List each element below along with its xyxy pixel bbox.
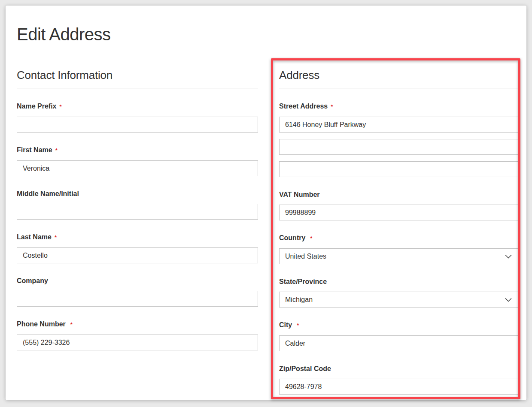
label-text: State/Province bbox=[279, 278, 327, 285]
chevron-down-icon bbox=[505, 298, 512, 302]
label-text: Company bbox=[17, 277, 48, 284]
page-title: Edit Address bbox=[17, 25, 520, 44]
name-prefix-label: Name Prefix* bbox=[17, 102, 258, 111]
city-input[interactable] bbox=[279, 335, 520, 351]
required-asterisk: * bbox=[60, 103, 62, 110]
middle-name-label: Middle Name/Initial bbox=[17, 190, 258, 198]
country-select[interactable]: United States bbox=[279, 248, 520, 264]
state-province-select-value: Michigan bbox=[285, 296, 313, 304]
field-vat-number: VAT Number bbox=[279, 190, 520, 220]
street-address-label: Street Address* bbox=[279, 102, 520, 111]
field-zip-postal-code: Zip/Postal Code bbox=[279, 365, 520, 395]
address-heading: Address bbox=[279, 68, 520, 88]
field-phone-number: Phone Number* bbox=[17, 320, 258, 350]
field-state-province: State/Province Michigan bbox=[279, 277, 520, 308]
zip-postal-code-input[interactable] bbox=[279, 379, 520, 395]
street-address-line2-input[interactable] bbox=[279, 139, 520, 155]
vat-number-label: VAT Number bbox=[279, 190, 520, 199]
street-address-line1-input[interactable] bbox=[279, 117, 520, 133]
label-text: Middle Name/Initial bbox=[17, 190, 79, 197]
zip-postal-code-label: Zip/Postal Code bbox=[279, 365, 520, 373]
label-text: Street Address bbox=[279, 103, 328, 110]
field-street-address: Street Address* bbox=[279, 102, 520, 177]
city-label: City* bbox=[279, 321, 520, 330]
label-text: City bbox=[279, 321, 292, 329]
chevron-down-icon bbox=[505, 254, 512, 259]
label-text: VAT Number bbox=[279, 191, 320, 198]
address-section: Address Street Address* VAT Number Count… bbox=[279, 68, 520, 407]
phone-number-label: Phone Number* bbox=[17, 320, 258, 329]
contact-information-section: Contact Information Name Prefix* First N… bbox=[17, 68, 258, 407]
country-label: Country* bbox=[279, 234, 520, 243]
field-city: City* bbox=[279, 321, 520, 351]
edit-address-card: Edit Address Contact Information Name Pr… bbox=[6, 6, 526, 400]
middle-name-input[interactable] bbox=[17, 204, 258, 220]
label-text: Last Name bbox=[17, 233, 52, 241]
label-text: Country bbox=[279, 234, 305, 241]
name-prefix-input[interactable] bbox=[17, 117, 258, 133]
contact-information-heading: Contact Information bbox=[17, 68, 258, 88]
vat-number-input[interactable] bbox=[279, 205, 520, 220]
required-asterisk: * bbox=[70, 321, 73, 328]
phone-number-input[interactable] bbox=[17, 335, 258, 350]
label-text: Phone Number bbox=[17, 320, 66, 328]
country-select-value: United States bbox=[285, 253, 326, 260]
field-first-name: First Name* bbox=[17, 146, 258, 176]
required-asterisk: * bbox=[55, 234, 57, 241]
last-name-input[interactable] bbox=[17, 247, 258, 263]
field-middle-name: Middle Name/Initial bbox=[17, 190, 258, 220]
label-text: Zip/Postal Code bbox=[279, 365, 331, 372]
company-input[interactable] bbox=[17, 291, 258, 307]
label-text: Name Prefix bbox=[17, 103, 57, 110]
state-province-select[interactable]: Michigan bbox=[279, 292, 520, 308]
street-address-line3-input[interactable] bbox=[279, 161, 520, 177]
required-asterisk: * bbox=[297, 322, 299, 329]
state-province-label: State/Province bbox=[279, 277, 520, 286]
first-name-input[interactable] bbox=[17, 160, 258, 176]
field-last-name: Last Name* bbox=[17, 233, 258, 263]
form-columns: Contact Information Name Prefix* First N… bbox=[17, 68, 520, 407]
label-text: First Name bbox=[17, 146, 52, 154]
field-name-prefix: Name Prefix* bbox=[17, 102, 258, 133]
required-asterisk: * bbox=[310, 235, 312, 241]
last-name-label: Last Name* bbox=[17, 233, 258, 242]
required-asterisk: * bbox=[55, 147, 58, 154]
required-asterisk: * bbox=[331, 103, 333, 110]
field-company: Company bbox=[17, 277, 258, 307]
field-country: Country* United States bbox=[279, 234, 520, 264]
page-background: Edit Address Contact Information Name Pr… bbox=[0, 6, 532, 400]
first-name-label: First Name* bbox=[17, 146, 258, 155]
company-label: Company bbox=[17, 277, 258, 285]
